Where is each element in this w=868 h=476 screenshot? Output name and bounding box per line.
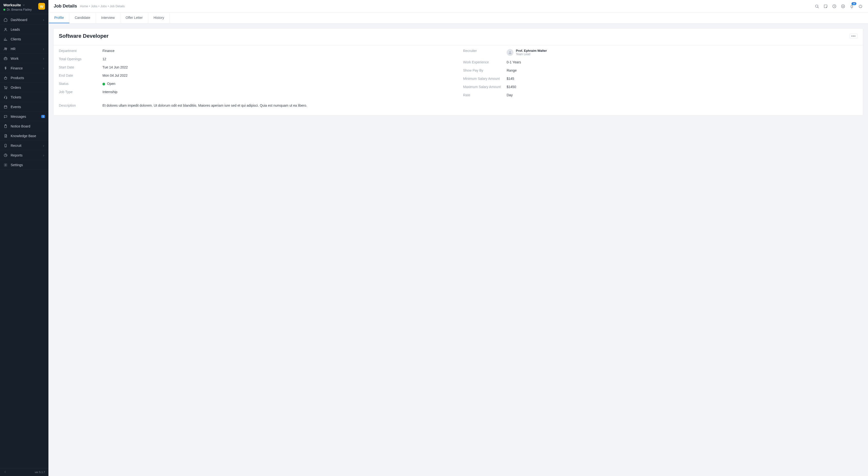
value-description: Et dolores ullam impedit dolorem. Ut dol…	[102, 103, 307, 108]
row-recruiter: Recruiter Prof. Ephraim Walter Team Lead	[463, 47, 858, 58]
sidebar-item-leads[interactable]: Leads	[0, 25, 49, 34]
sidebar-item-products[interactable]: Products	[0, 73, 49, 83]
value-department: Finance	[102, 49, 115, 53]
chevron-left-icon	[3, 470, 7, 474]
notes-button[interactable]	[824, 4, 828, 8]
sidebar-item-label: Dashboard	[11, 18, 42, 22]
breadcrumb: Home•Jobs•Jobs•Job Details	[80, 5, 125, 8]
dollar-icon	[3, 66, 8, 70]
status-dot-online	[3, 9, 5, 11]
value-end-date: Mon 04 Jul 2022	[102, 73, 128, 77]
sidebar-item-settings[interactable]: Settings	[0, 160, 49, 170]
sidebar-item-label: Messages	[11, 115, 40, 118]
version-label: ver 5.1.7	[35, 471, 45, 474]
sticky-note-icon	[824, 4, 828, 8]
tab-interview[interactable]: Interview	[96, 12, 120, 23]
job-right-column: Recruiter Prof. Ephraim Walter Team Lead	[463, 47, 858, 99]
row-max-salary: Maximum Salary Amount$1450	[463, 83, 858, 91]
sidebar-item-label: Events	[11, 105, 45, 109]
value-openings: 12	[102, 57, 106, 61]
sidebar-item-finance[interactable]: Finance	[0, 63, 49, 73]
tabs-row: ProfileCandidateInterviewOffer LetterHis…	[49, 12, 868, 24]
label-rate: Rate	[463, 93, 507, 97]
row-min-salary: Minimum Salary Amount$145	[463, 74, 858, 83]
sidebar-item-knowledge-base[interactable]: Knowledge Base	[0, 131, 49, 141]
add-button[interactable]	[841, 4, 845, 8]
power-icon	[858, 4, 863, 8]
breadcrumb-item[interactable]: Jobs	[100, 5, 107, 8]
value-status: Open	[102, 82, 115, 86]
sidebar-item-label: HR	[11, 47, 42, 51]
search-button[interactable]	[815, 4, 819, 8]
label-status: Status	[59, 82, 102, 86]
sidebar-item-label: Work	[11, 57, 42, 61]
users-icon	[3, 47, 8, 51]
sidebar-item-tickets[interactable]: Tickets	[0, 92, 49, 102]
value-recruiter: Prof. Ephraim Walter Team Lead	[507, 49, 547, 56]
sidebar-item-work[interactable]: Work	[0, 54, 49, 63]
chevron-right-icon	[42, 47, 45, 50]
row-description: Description Et dolores ullam impedit dol…	[59, 99, 858, 108]
page-title: Job Details	[54, 4, 77, 9]
sidebar-item-messages[interactable]: Messages1	[0, 112, 49, 122]
tab-history[interactable]: History	[148, 12, 170, 23]
sidebar-item-label: Settings	[11, 163, 45, 167]
notifications-button[interactable]: 10	[849, 4, 854, 8]
label-experience: Work Experience	[463, 60, 507, 64]
sidebar-item-label: Recruit	[11, 144, 42, 147]
value-rate: Day	[507, 93, 513, 97]
collapse-sidebar-button[interactable]	[3, 470, 7, 474]
current-user[interactable]: Dr. Breanna Flatley	[3, 8, 38, 11]
tab-profile[interactable]: Profile	[49, 12, 69, 23]
row-department: DepartmentFinance	[59, 47, 454, 55]
briefcase-icon	[3, 56, 8, 61]
sidebar-item-hr[interactable]: HR	[0, 44, 49, 54]
topbar: Job Details Home•Jobs•Jobs•Job Details 1…	[49, 0, 868, 12]
pie-icon	[3, 153, 8, 158]
tab-offer-letter[interactable]: Offer Letter	[120, 12, 149, 23]
notification-count: 10	[851, 2, 857, 5]
home-icon	[3, 18, 8, 22]
sidebar-item-notice-board[interactable]: Notice Board	[0, 122, 49, 131]
breadcrumb-item[interactable]: Jobs	[91, 5, 97, 8]
basket-icon	[3, 76, 8, 80]
row-rate: RateDay	[463, 91, 858, 99]
chevron-right-icon	[42, 19, 45, 21]
sidebar-item-label: Notice Board	[11, 124, 45, 128]
tab-candidate[interactable]: Candidate	[69, 12, 96, 23]
sidebar-item-recruit[interactable]: Recruit	[0, 141, 49, 150]
sidebar-item-dashboard[interactable]: Dashboard	[0, 15, 49, 25]
sidebar-item-events[interactable]: Events	[0, 102, 49, 112]
job-left-column: DepartmentFinance Total Openings12 Start…	[59, 47, 454, 99]
timer-button[interactable]	[832, 4, 837, 8]
label-job-type: Job Type	[59, 90, 102, 94]
breadcrumb-separator: •	[89, 5, 90, 8]
value-start-date: Tue 14 Jun 2022	[102, 65, 128, 69]
sidebar-item-reports[interactable]: Reports	[0, 150, 49, 160]
sidebar-item-label: Products	[11, 76, 45, 80]
sidebar-item-clients[interactable]: Clients	[0, 34, 49, 44]
row-openings: Total Openings12	[59, 55, 454, 63]
status-dot-icon	[102, 83, 105, 86]
calendar-icon	[3, 105, 8, 109]
sidebar-item-orders[interactable]: Orders	[0, 83, 49, 92]
brand-logo[interactable]: W	[38, 3, 45, 10]
chevron-down-icon	[22, 4, 25, 6]
sidebar-item-label: Knowledge Base	[11, 134, 45, 138]
breadcrumb-item[interactable]: Home	[80, 5, 88, 8]
brand-switcher[interactable]: Worksuite	[3, 3, 38, 7]
user-icon	[3, 27, 8, 32]
card-menu-button[interactable]: •••	[849, 34, 858, 38]
sidebar-item-label: Orders	[11, 86, 45, 90]
search-icon	[815, 4, 819, 8]
value-pay-by: Range	[507, 68, 517, 72]
job-title: Software Developer	[59, 33, 108, 39]
chart-icon	[3, 37, 8, 41]
sidebar-item-label: Finance	[11, 66, 42, 70]
message-icon	[3, 114, 8, 119]
chevron-right-icon	[42, 57, 45, 60]
logout-button[interactable]	[858, 4, 863, 8]
sidebar-badge: 1	[41, 115, 45, 118]
sidebar-item-label: Leads	[11, 28, 45, 31]
label-description: Description	[59, 103, 102, 108]
